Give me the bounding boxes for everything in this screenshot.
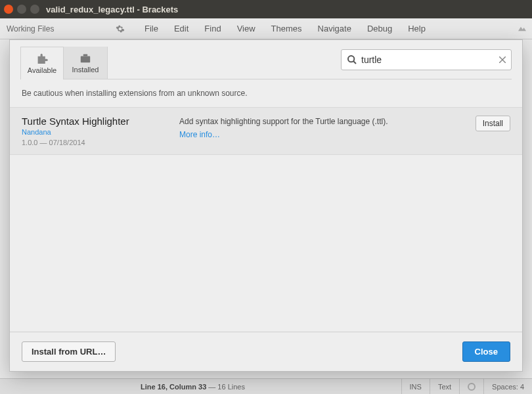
extension-version: 1.0.0 (22, 139, 37, 146)
extension-date: 07/18/2014 (49, 139, 85, 146)
lines-label: — 16 Lines (206, 383, 245, 391)
gear-icon[interactable] (116, 24, 125, 33)
menu-themes[interactable]: Themes (265, 21, 309, 36)
working-files-label: Working Files (7, 24, 54, 33)
live-preview-icon[interactable] (517, 24, 527, 34)
tab-installed[interactable]: Installed (64, 47, 107, 79)
menu-navigate[interactable]: Navigate (311, 21, 358, 36)
extension-title: Turtle Syntax Highlighter (22, 116, 179, 127)
file-type[interactable]: Text (430, 379, 459, 394)
more-info-link[interactable]: More info… (179, 129, 220, 141)
clear-search-icon[interactable] (499, 56, 506, 63)
minimize-icon[interactable] (17, 5, 26, 14)
cursor-position[interactable]: Line 16, Column 33 — 16 Lines (131, 383, 401, 391)
menu-view[interactable]: View (231, 21, 262, 36)
lint-status[interactable] (459, 379, 483, 394)
svg-rect-0 (81, 56, 90, 63)
extension-manager-modal: Available Installed Be cautious when ins… (9, 39, 523, 372)
puzzle-icon (35, 53, 49, 64)
window-titlebar: valid_redux_legacy.ttl - Brackets (0, 0, 532, 18)
extension-list: Turtle Syntax Highlighter Nandana 1.0.0 … (10, 107, 522, 332)
menubar: File Edit Find View Themes Navigate Debu… (131, 18, 512, 39)
menu-find[interactable]: Find (198, 21, 227, 36)
extension-meta: 1.0.0 — 07/18/2014 (22, 139, 179, 146)
close-button[interactable]: Close (462, 341, 510, 362)
menu-debug[interactable]: Debug (361, 21, 399, 36)
install-button[interactable]: Install (476, 116, 510, 131)
sidebar-header: Working Files (0, 18, 131, 39)
indent-setting[interactable]: Spaces: 4 (483, 379, 532, 394)
window-controls (4, 5, 39, 14)
tab-available[interactable]: Available (20, 47, 64, 79)
close-icon[interactable] (4, 5, 13, 14)
menu-edit[interactable]: Edit (167, 21, 195, 36)
svg-line-3 (353, 61, 356, 64)
menu-help[interactable]: Help (401, 21, 432, 36)
install-from-url-button[interactable]: Install from URL… (22, 341, 116, 362)
insert-mode[interactable]: INS (401, 379, 430, 394)
extension-row: Turtle Syntax Highlighter Nandana 1.0.0 … (10, 107, 522, 155)
svg-rect-1 (83, 54, 87, 56)
search-input[interactable] (361, 55, 499, 65)
statusbar: Line 16, Column 33 — 16 Lines INS Text S… (0, 378, 532, 394)
tab-installed-label: Installed (72, 66, 99, 74)
svg-point-2 (348, 56, 354, 62)
search-icon (347, 55, 357, 65)
maximize-icon[interactable] (30, 5, 39, 14)
caution-message: Be cautious when installing extensions f… (10, 79, 522, 107)
briefcase-icon (79, 53, 92, 63)
extension-description: Add syntax highlighting support for the … (179, 117, 388, 126)
menu-file[interactable]: File (138, 21, 165, 36)
search-box (341, 49, 512, 70)
tab-available-label: Available (28, 66, 56, 74)
cursor-label: Line 16, Column 33 (141, 383, 206, 391)
window-title: valid_redux_legacy.ttl - Brackets (46, 5, 178, 14)
circle-icon (468, 383, 476, 391)
extension-author[interactable]: Nandana (22, 128, 179, 136)
